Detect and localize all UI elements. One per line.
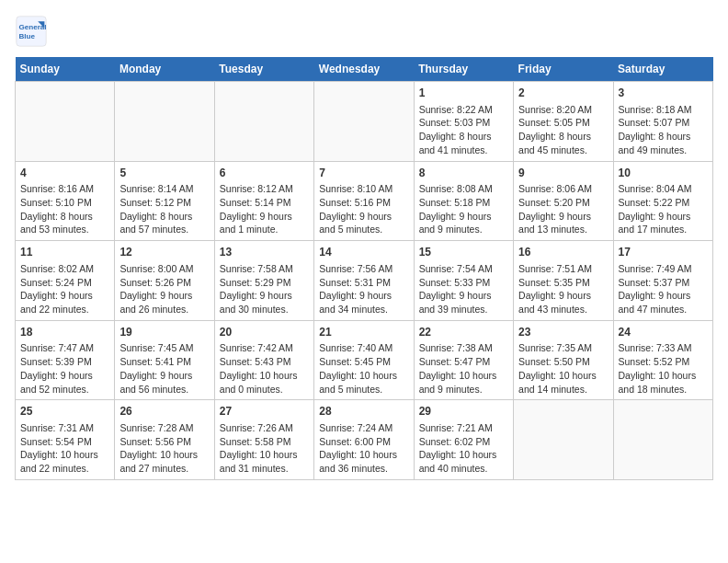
logo-icon: General Blue xyxy=(15,15,48,48)
day-number: 20 xyxy=(220,325,309,340)
day-detail: Sunrise: 8:20 AMSunset: 5:05 PMDaylight:… xyxy=(518,103,608,157)
day-cell: 15Sunrise: 7:54 AMSunset: 5:33 PMDayligh… xyxy=(414,241,513,321)
day-number: 16 xyxy=(518,245,608,260)
day-detail: Sunrise: 8:12 AMSunset: 5:14 PMDaylight:… xyxy=(220,182,309,236)
day-cell: 27Sunrise: 7:26 AMSunset: 5:58 PMDayligh… xyxy=(214,400,313,480)
day-detail: Sunrise: 7:42 AMSunset: 5:43 PMDaylight:… xyxy=(220,341,309,396)
day-detail: Sunrise: 7:24 AMSunset: 6:00 PMDaylight:… xyxy=(319,421,408,476)
day-detail: Sunrise: 7:38 AMSunset: 5:47 PMDaylight:… xyxy=(419,341,508,396)
day-detail: Sunrise: 7:56 AMSunset: 5:31 PMDaylight:… xyxy=(319,262,408,316)
day-cell: 9Sunrise: 8:06 AMSunset: 5:20 PMDaylight… xyxy=(514,161,613,241)
day-cell: 7Sunrise: 8:10 AMSunset: 5:16 PMDaylight… xyxy=(314,161,414,241)
week-row-3: 11Sunrise: 8:02 AMSunset: 5:24 PMDayligh… xyxy=(16,241,713,321)
day-detail: Sunrise: 8:06 AMSunset: 5:20 PMDaylight:… xyxy=(518,182,608,236)
day-detail: Sunrise: 7:54 AMSunset: 5:33 PMDaylight:… xyxy=(419,262,508,316)
day-number: 2 xyxy=(518,86,608,101)
day-cell: 12Sunrise: 8:00 AMSunset: 5:26 PMDayligh… xyxy=(115,241,214,321)
day-detail: Sunrise: 8:10 AMSunset: 5:16 PMDaylight:… xyxy=(319,182,408,236)
logo: General Blue xyxy=(15,15,51,48)
day-cell: 3Sunrise: 8:18 AMSunset: 5:07 PMDaylight… xyxy=(613,82,712,162)
weekday-header-tuesday: Tuesday xyxy=(214,57,313,82)
week-row-5: 25Sunrise: 7:31 AMSunset: 5:54 PMDayligh… xyxy=(16,400,713,480)
day-cell xyxy=(214,82,313,162)
day-detail: Sunrise: 7:28 AMSunset: 5:56 PMDaylight:… xyxy=(119,421,209,476)
day-cell: 25Sunrise: 7:31 AMSunset: 5:54 PMDayligh… xyxy=(16,400,115,480)
day-detail: Sunrise: 7:45 AMSunset: 5:41 PMDaylight:… xyxy=(119,341,209,396)
day-cell xyxy=(514,400,613,480)
day-cell: 8Sunrise: 8:08 AMSunset: 5:18 PMDaylight… xyxy=(414,161,513,241)
day-cell: 26Sunrise: 7:28 AMSunset: 5:56 PMDayligh… xyxy=(115,400,214,480)
svg-text:Blue: Blue xyxy=(19,32,36,40)
day-number: 18 xyxy=(20,325,109,340)
week-row-4: 18Sunrise: 7:47 AMSunset: 5:39 PMDayligh… xyxy=(16,320,713,400)
day-number: 15 xyxy=(419,245,508,260)
day-cell xyxy=(16,82,115,162)
day-number: 5 xyxy=(119,166,209,181)
day-detail: Sunrise: 8:14 AMSunset: 5:12 PMDaylight:… xyxy=(119,182,209,236)
day-cell: 10Sunrise: 8:04 AMSunset: 5:22 PMDayligh… xyxy=(613,161,712,241)
day-cell: 2Sunrise: 8:20 AMSunset: 5:05 PMDaylight… xyxy=(514,82,613,162)
day-number: 23 xyxy=(518,325,608,340)
day-number: 9 xyxy=(518,166,608,181)
weekday-header-wednesday: Wednesday xyxy=(314,57,414,82)
week-row-1: 1Sunrise: 8:22 AMSunset: 5:03 PMDaylight… xyxy=(16,82,713,162)
day-cell: 19Sunrise: 7:45 AMSunset: 5:41 PMDayligh… xyxy=(115,320,214,400)
day-cell: 4Sunrise: 8:16 AMSunset: 5:10 PMDaylight… xyxy=(16,161,115,241)
weekday-header-row: SundayMondayTuesdayWednesdayThursdayFrid… xyxy=(16,57,713,82)
day-number: 26 xyxy=(119,404,209,419)
day-number: 27 xyxy=(220,404,309,419)
day-number: 12 xyxy=(119,245,209,260)
day-detail: Sunrise: 7:21 AMSunset: 6:02 PMDaylight:… xyxy=(419,421,508,476)
calendar-body: 1Sunrise: 8:22 AMSunset: 5:03 PMDaylight… xyxy=(16,82,713,480)
day-detail: Sunrise: 8:18 AMSunset: 5:07 PMDaylight:… xyxy=(619,103,708,157)
day-cell: 16Sunrise: 7:51 AMSunset: 5:35 PMDayligh… xyxy=(514,241,613,321)
day-number: 1 xyxy=(419,86,508,101)
day-detail: Sunrise: 7:51 AMSunset: 5:35 PMDaylight:… xyxy=(518,262,608,316)
day-number: 3 xyxy=(619,86,708,101)
day-detail: Sunrise: 8:08 AMSunset: 5:18 PMDaylight:… xyxy=(419,182,508,236)
day-cell xyxy=(613,400,712,480)
day-number: 24 xyxy=(619,325,708,340)
day-number: 17 xyxy=(619,245,708,260)
day-detail: Sunrise: 7:31 AMSunset: 5:54 PMDaylight:… xyxy=(20,421,109,476)
day-detail: Sunrise: 7:33 AMSunset: 5:52 PMDaylight:… xyxy=(619,341,708,396)
day-number: 29 xyxy=(419,404,508,419)
day-detail: Sunrise: 7:26 AMSunset: 5:58 PMDaylight:… xyxy=(220,421,309,476)
weekday-header-thursday: Thursday xyxy=(414,57,513,82)
day-cell: 23Sunrise: 7:35 AMSunset: 5:50 PMDayligh… xyxy=(514,320,613,400)
day-detail: Sunrise: 7:47 AMSunset: 5:39 PMDaylight:… xyxy=(20,341,109,396)
day-detail: Sunrise: 7:49 AMSunset: 5:37 PMDaylight:… xyxy=(619,262,708,316)
day-detail: Sunrise: 7:35 AMSunset: 5:50 PMDaylight:… xyxy=(518,341,608,396)
week-row-2: 4Sunrise: 8:16 AMSunset: 5:10 PMDaylight… xyxy=(16,161,713,241)
day-number: 11 xyxy=(20,245,109,260)
day-cell: 22Sunrise: 7:38 AMSunset: 5:47 PMDayligh… xyxy=(414,320,513,400)
day-number: 25 xyxy=(20,404,109,419)
day-cell: 18Sunrise: 7:47 AMSunset: 5:39 PMDayligh… xyxy=(16,320,115,400)
day-detail: Sunrise: 8:16 AMSunset: 5:10 PMDaylight:… xyxy=(20,182,109,236)
day-cell: 6Sunrise: 8:12 AMSunset: 5:14 PMDaylight… xyxy=(214,161,313,241)
header: General Blue xyxy=(15,15,713,48)
day-number: 22 xyxy=(419,325,508,340)
day-number: 6 xyxy=(220,166,309,181)
day-detail: Sunrise: 8:22 AMSunset: 5:03 PMDaylight:… xyxy=(419,103,508,157)
day-detail: Sunrise: 7:40 AMSunset: 5:45 PMDaylight:… xyxy=(319,341,408,396)
day-number: 14 xyxy=(319,245,408,260)
weekday-header-friday: Friday xyxy=(514,57,613,82)
day-cell: 11Sunrise: 8:02 AMSunset: 5:24 PMDayligh… xyxy=(16,241,115,321)
day-number: 19 xyxy=(119,325,209,340)
day-number: 8 xyxy=(419,166,508,181)
day-number: 7 xyxy=(319,166,408,181)
day-cell: 1Sunrise: 8:22 AMSunset: 5:03 PMDaylight… xyxy=(414,82,513,162)
day-cell: 28Sunrise: 7:24 AMSunset: 6:00 PMDayligh… xyxy=(314,400,414,480)
day-cell xyxy=(314,82,414,162)
day-cell: 17Sunrise: 7:49 AMSunset: 5:37 PMDayligh… xyxy=(613,241,712,321)
weekday-header-sunday: Sunday xyxy=(16,57,115,82)
day-number: 28 xyxy=(319,404,408,419)
day-cell: 14Sunrise: 7:56 AMSunset: 5:31 PMDayligh… xyxy=(314,241,414,321)
day-detail: Sunrise: 8:00 AMSunset: 5:26 PMDaylight:… xyxy=(119,262,209,316)
day-cell: 21Sunrise: 7:40 AMSunset: 5:45 PMDayligh… xyxy=(314,320,414,400)
day-cell: 20Sunrise: 7:42 AMSunset: 5:43 PMDayligh… xyxy=(214,320,313,400)
calendar-table: SundayMondayTuesdayWednesdayThursdayFrid… xyxy=(15,57,713,480)
day-cell: 29Sunrise: 7:21 AMSunset: 6:02 PMDayligh… xyxy=(414,400,513,480)
day-cell: 13Sunrise: 7:58 AMSunset: 5:29 PMDayligh… xyxy=(214,241,313,321)
